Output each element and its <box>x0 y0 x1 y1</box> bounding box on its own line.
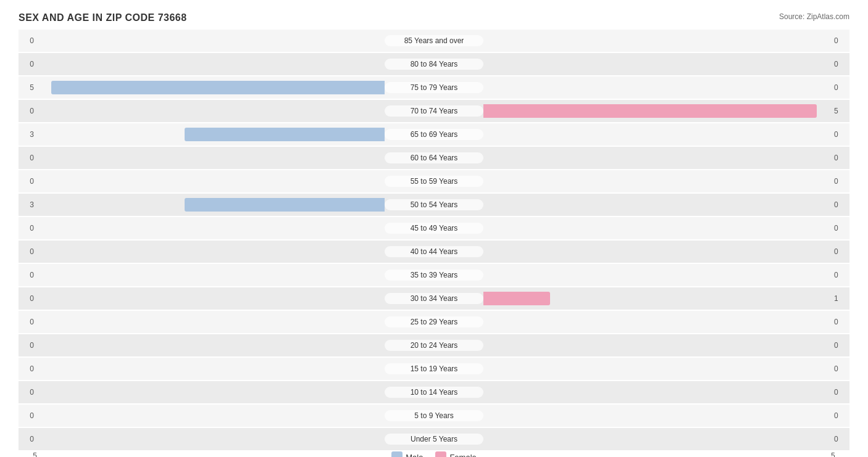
title-row: SEX AND AGE IN ZIP CODE 73668 Source: Zi… <box>19 12 849 23</box>
bar-row: 0 10 to 14 Years 0 <box>19 381 849 403</box>
right-half <box>483 311 831 333</box>
bar-row: 0 35 to 39 Years 0 <box>19 264 849 286</box>
bars-center: 60 to 64 Years <box>37 147 831 169</box>
right-value: 1 <box>831 294 849 303</box>
age-label: 65 to 69 Years <box>385 129 483 140</box>
right-value: 0 <box>831 200 849 209</box>
bar-row: 0 80 to 84 Years 0 <box>19 53 849 75</box>
bar-row: 0 25 to 29 Years 0 <box>19 311 849 333</box>
right-half <box>483 264 831 286</box>
bars-center: Under 5 Years <box>37 428 831 450</box>
bars-center: 15 to 19 Years <box>37 358 831 380</box>
left-value: 3 <box>19 130 37 139</box>
right-half <box>483 217 831 239</box>
right-value: 0 <box>831 364 849 373</box>
right-half <box>483 241 831 263</box>
left-value: 0 <box>19 247 37 256</box>
bar-row: 0 40 to 44 Years 0 <box>19 241 849 263</box>
bar-row: 3 65 to 69 Years 0 <box>19 123 849 146</box>
bars-center: 40 to 44 Years <box>37 241 831 263</box>
left-half <box>37 264 385 286</box>
right-half <box>483 405 831 427</box>
right-half <box>483 123 831 146</box>
right-value: 0 <box>831 388 849 397</box>
age-label: 30 to 34 Years <box>385 293 483 304</box>
left-half <box>37 334 385 356</box>
left-half <box>37 405 385 427</box>
bars-center: 50 to 54 Years <box>37 194 831 216</box>
right-half <box>483 53 831 75</box>
left-value: 3 <box>19 200 37 209</box>
chart-container: SEX AND AGE IN ZIP CODE 73668 Source: Zi… <box>0 0 868 457</box>
bar-row: 0 15 to 19 Years 0 <box>19 358 849 380</box>
left-half <box>37 311 385 333</box>
male-bar <box>185 128 385 141</box>
right-half <box>483 287 831 310</box>
left-half <box>37 241 385 263</box>
bar-row: 0 Under 5 Years 0 <box>19 428 849 450</box>
right-value: 0 <box>831 247 849 256</box>
right-half <box>483 100 831 122</box>
bars-center: 5 to 9 Years <box>37 405 831 427</box>
right-half <box>483 358 831 380</box>
age-label: 35 to 39 Years <box>385 270 483 281</box>
bars-center: 45 to 49 Years <box>37 217 831 239</box>
left-value: 0 <box>19 294 37 303</box>
left-value: 0 <box>19 271 37 279</box>
right-half <box>483 334 831 356</box>
age-label: 10 to 14 Years <box>385 387 483 398</box>
chart-title: SEX AND AGE IN ZIP CODE 73668 <box>19 12 187 23</box>
age-label: 25 to 29 Years <box>385 316 483 327</box>
right-half <box>483 76 831 99</box>
right-half <box>483 194 831 216</box>
right-value: 0 <box>831 36 849 45</box>
axis-right-label: 5 <box>831 451 849 457</box>
age-label: 45 to 49 Years <box>385 223 483 234</box>
bars-center: 65 to 69 Years <box>37 123 831 146</box>
left-half <box>37 30 385 52</box>
bar-row: 0 5 to 9 Years 0 <box>19 405 849 427</box>
right-value: 5 <box>831 107 849 115</box>
female-label: Female <box>449 453 476 458</box>
left-value: 0 <box>19 60 37 68</box>
left-value: 0 <box>19 107 37 115</box>
left-half <box>37 287 385 310</box>
bars-center: 70 to 74 Years <box>37 100 831 122</box>
age-label: 80 to 84 Years <box>385 59 483 70</box>
right-half <box>483 147 831 169</box>
bars-center: 75 to 79 Years <box>37 76 831 99</box>
male-label: Male <box>406 453 423 458</box>
right-half <box>483 381 831 403</box>
bar-row: 0 30 to 34 Years 1 <box>19 287 849 310</box>
left-value: 0 <box>19 435 37 443</box>
left-half <box>37 100 385 122</box>
right-value: 0 <box>831 83 849 92</box>
age-label: 5 to 9 Years <box>385 410 483 421</box>
bars-center: 55 to 59 Years <box>37 170 831 192</box>
left-value: 0 <box>19 318 37 326</box>
right-value: 0 <box>831 224 849 233</box>
bars-center: 25 to 29 Years <box>37 311 831 333</box>
right-half <box>483 30 831 52</box>
age-label: 55 to 59 Years <box>385 176 483 187</box>
right-value: 0 <box>831 177 849 186</box>
age-label: 50 to 54 Years <box>385 199 483 210</box>
age-label: 40 to 44 Years <box>385 246 483 257</box>
right-half <box>483 170 831 192</box>
male-bar <box>185 198 385 212</box>
bars-center: 35 to 39 Years <box>37 264 831 286</box>
left-value: 0 <box>19 154 37 162</box>
bars-center: 20 to 24 Years <box>37 334 831 356</box>
age-label: 70 to 74 Years <box>385 105 483 117</box>
left-value: 0 <box>19 177 37 186</box>
right-value: 0 <box>831 411 849 420</box>
bars-center: 10 to 14 Years <box>37 381 831 403</box>
legend-female: Female <box>435 451 476 457</box>
age-label: 60 to 64 Years <box>385 152 483 163</box>
bar-row: 0 70 to 74 Years 5 <box>19 100 849 122</box>
age-label: 75 to 79 Years <box>385 82 483 93</box>
left-half <box>37 123 385 146</box>
bar-row: 0 45 to 49 Years 0 <box>19 217 849 239</box>
male-bar <box>51 81 385 94</box>
left-value: 5 <box>19 83 37 92</box>
